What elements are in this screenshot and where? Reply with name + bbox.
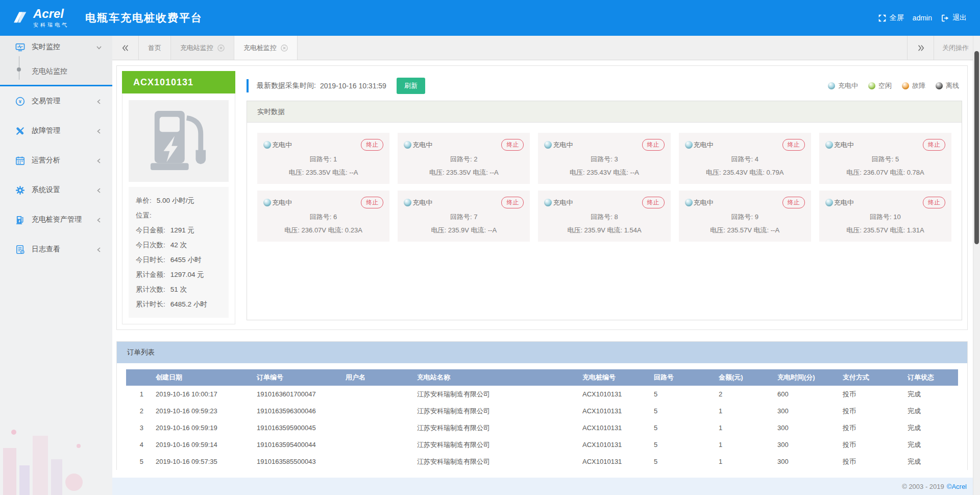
cell-charge-minutes: 600 <box>773 386 839 403</box>
circuit-status: 充电中 <box>694 198 714 207</box>
terminate-button[interactable]: 终止 <box>782 139 805 151</box>
stat-label: 今日次数: <box>136 241 165 250</box>
circuit-number: 回路号: 1 <box>263 155 383 164</box>
terminate-button[interactable]: 终止 <box>642 139 665 151</box>
legend-label: 故障 <box>912 81 925 90</box>
terminate-button[interactable]: 终止 <box>782 197 805 208</box>
circuit-voltage-current: 电压: 235.57V 电流: 1.31A <box>825 226 945 235</box>
tabs-scroll-left-button[interactable] <box>112 36 139 60</box>
sidebar-item-6[interactable]: 日志查看 <box>0 234 112 264</box>
cell-pay-method: 投币 <box>839 419 903 436</box>
fullscreen-icon <box>878 14 887 22</box>
tabs-scroll-right-button[interactable] <box>907 36 934 60</box>
stat-value: 6455 小时 <box>170 255 202 265</box>
sidebar-item-1[interactable]: ¥交易管理 <box>0 86 112 116</box>
app-header: Acrel 安科瑞电气 电瓶车充电桩收费平台 全屏 admin 退出 <box>0 0 980 36</box>
column-header: 支付方式 <box>839 369 903 386</box>
stat-label: 今日金额: <box>136 226 165 235</box>
circuit-status: 充电中 <box>553 198 573 207</box>
collect-time-row: 最新数据采集时间: 2019-10-16 10:31:59 刷新 充电中空闲故障… <box>247 78 962 93</box>
monitor-icon <box>15 42 25 52</box>
sidebar-item-0[interactable]: 实时监控 <box>0 36 112 58</box>
cell-create-date: 2019-10-16 09:59:14 <box>152 436 253 453</box>
stat-line: 今日时长:6455 小时 <box>136 252 227 267</box>
scrollbar-thumb[interactable] <box>974 51 979 244</box>
charging-status-orb-icon <box>544 199 552 206</box>
cell-create-date: 2019-10-16 09:59:19 <box>152 419 253 436</box>
cell-station-name: 江苏安科瑞制造有限公司 <box>413 453 578 470</box>
footer-brand-link[interactable]: ©Acrel <box>947 483 967 490</box>
circuit-card: 充电中终止回路号: 6电压: 236.07V 电流: 0.23A <box>257 191 389 242</box>
chevron-left-icon <box>96 187 102 193</box>
cell-order-number: 1910163595400044 <box>253 436 341 453</box>
copyright-text: © 2003 - 2019 <box>902 483 944 490</box>
row-number: 3 <box>126 419 152 436</box>
column-header-index <box>126 369 152 386</box>
sidebar-item-5[interactable]: 充电桩资产管理 <box>0 205 112 234</box>
stat-line: 今日金额:1291 元 <box>136 223 227 238</box>
circuit-card: 充电中终止回路号: 8电压: 235.9V 电流: 1.54A <box>538 191 670 242</box>
sidebar-subitem[interactable]: 充电站监控 <box>0 58 112 85</box>
circuit-card: 充电中终止回路号: 3电压: 235.43V 电流: --A <box>538 133 670 184</box>
charging-status-orb-icon <box>825 199 833 206</box>
cell-charge-minutes: 300 <box>773 436 839 453</box>
cell-pile-number: ACX1010131 <box>578 419 650 436</box>
cell-order-status: 完成 <box>903 386 958 403</box>
cell-pile-number: ACX1010131 <box>578 386 650 403</box>
tab-close-icon[interactable] <box>281 44 288 52</box>
calendar-icon <box>15 156 25 166</box>
sidebar-item-2[interactable]: 故障管理 <box>0 116 112 146</box>
sidebar-group-1: ¥交易管理 <box>0 86 112 116</box>
tab-1[interactable]: 充电站监控 <box>171 36 234 60</box>
sidebar-group-5: 充电桩资产管理 <box>0 205 112 234</box>
table-row: 32019-10-16 09:59:191910163595900045江苏安科… <box>126 419 958 436</box>
legend-item: 离线 <box>936 81 959 90</box>
close-operations-button[interactable]: 关闭操作 <box>934 36 972 60</box>
terminate-button[interactable]: 终止 <box>642 197 665 208</box>
fault-icon <box>15 126 25 136</box>
fullscreen-button[interactable]: 全屏 <box>878 13 904 22</box>
tab-0[interactable]: 首页 <box>139 36 171 60</box>
logo-subtext: 安科瑞电气 <box>33 21 69 29</box>
stat-line: 累计时长:6485.2 小时 <box>136 297 227 312</box>
terminate-button[interactable]: 终止 <box>923 197 945 208</box>
terminate-button[interactable]: 终止 <box>501 139 524 151</box>
legend-label: 离线 <box>946 81 959 90</box>
circuit-status: 充电中 <box>412 198 432 207</box>
circuit-voltage-current: 电压: 235.43V 电流: 0.79A <box>685 168 805 177</box>
tab-close-icon[interactable] <box>217 44 225 52</box>
cell-order-number: 1910163596300046 <box>253 403 341 419</box>
terminate-button[interactable]: 终止 <box>361 139 383 151</box>
tab-2[interactable]: 充电桩监控 <box>234 36 298 60</box>
stat-value: 5.00 小时/元 <box>157 196 194 205</box>
terminate-button[interactable]: 终止 <box>361 197 383 208</box>
cell-pay-method: 投币 <box>839 403 903 419</box>
sidebar-item-3[interactable]: 运营分析 <box>0 146 112 175</box>
sidebar-item-4[interactable]: 系统设置 <box>0 175 112 205</box>
circuit-card: 充电中终止回路号: 1电压: 235.35V 电流: --A <box>257 133 389 184</box>
username[interactable]: admin <box>913 14 932 22</box>
logout-button[interactable]: 退出 <box>941 13 967 22</box>
stat-value: 1297.04 元 <box>170 270 204 279</box>
row-number: 5 <box>126 453 152 470</box>
charging-status-orb-icon <box>685 199 693 206</box>
table-row: 12019-10-16 10:00:171910163601700047江苏安科… <box>126 386 958 403</box>
circuit-number: 回路号: 9 <box>685 213 805 222</box>
sidebar-group-4: 系统设置 <box>0 175 112 205</box>
circuit-card: 充电中终止回路号: 10电压: 235.57V 电流: 1.31A <box>819 191 951 242</box>
cell-pile-number: ACX1010131 <box>578 453 650 470</box>
legend-label: 空闲 <box>878 81 892 90</box>
cell-charge-minutes: 300 <box>773 419 839 436</box>
legend-item: 充电中 <box>828 81 858 90</box>
terminate-button[interactable]: 终止 <box>501 197 524 208</box>
legend-item: 空闲 <box>868 81 892 90</box>
circuit-number: 回路号: 7 <box>404 213 524 222</box>
sidebar: 实时监控充电站监控¥交易管理故障管理运营分析系统设置充电桩资产管理日志查看 <box>0 36 112 495</box>
refresh-button[interactable]: 刷新 <box>397 78 425 94</box>
stat-line: 位置: <box>136 208 227 223</box>
terminate-button[interactable]: 终止 <box>923 139 945 151</box>
realtime-data-panel: 实时数据 充电中终止回路号: 1电压: 235.35V 电流: --A充电中终止… <box>247 101 962 320</box>
sidebar-group-2: 故障管理 <box>0 116 112 146</box>
circuit-voltage-current: 电压: 235.35V 电流: --A <box>263 168 383 177</box>
fullscreen-label: 全屏 <box>890 13 904 22</box>
